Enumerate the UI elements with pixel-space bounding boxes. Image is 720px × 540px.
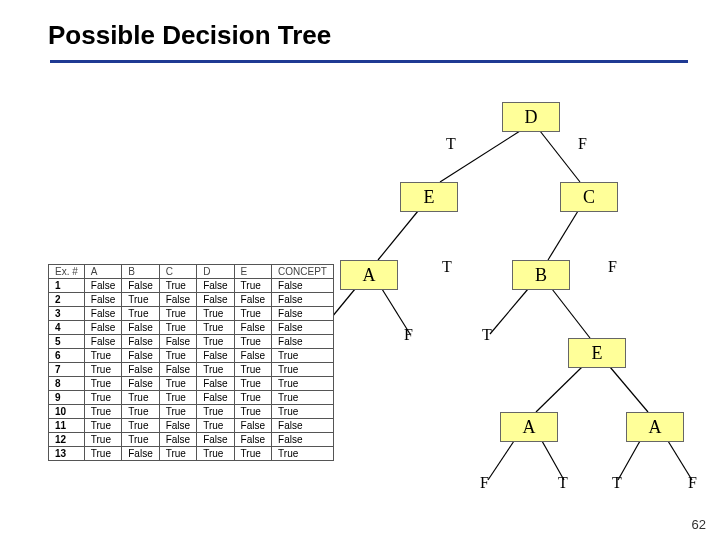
svg-line-7 xyxy=(552,289,590,338)
table-cell: 12 xyxy=(49,433,85,447)
table-cell: True xyxy=(84,405,121,419)
table-cell: True xyxy=(122,391,159,405)
table-header: A xyxy=(84,265,121,279)
table-cell: False xyxy=(197,279,234,293)
table-cell: 5 xyxy=(49,335,85,349)
table-cell: True xyxy=(234,335,271,349)
table-cell: True xyxy=(272,363,334,377)
table-cell: True xyxy=(234,307,271,321)
table-cell: False xyxy=(272,433,334,447)
table-cell: True xyxy=(84,349,121,363)
table-cell: True xyxy=(234,405,271,419)
edge-B-F: F xyxy=(608,258,617,276)
table-cell: True xyxy=(234,363,271,377)
table-header: E xyxy=(234,265,271,279)
table-cell: 1 xyxy=(49,279,85,293)
table-header: C xyxy=(159,265,196,279)
table-cell: False xyxy=(197,349,234,363)
table-cell: False xyxy=(234,433,271,447)
table-cell: False xyxy=(84,293,121,307)
table-row: 5FalseFalseFalseTrueTrueFalse xyxy=(49,335,334,349)
table-cell: True xyxy=(197,405,234,419)
table-row: 13TrueFalseTrueTrueTrueTrue xyxy=(49,447,334,461)
table-cell: True xyxy=(122,307,159,321)
edge-D-T: T xyxy=(446,135,456,153)
table-cell: True xyxy=(197,307,234,321)
table-row: 3FalseTrueTrueTrueTrueFalse xyxy=(49,307,334,321)
table-cell: False xyxy=(234,321,271,335)
table-row: 11TrueTrueFalseTrueFalseFalse xyxy=(49,419,334,433)
page-number: 62 xyxy=(692,517,706,532)
table-cell: 7 xyxy=(49,363,85,377)
table-cell: True xyxy=(159,377,196,391)
table-cell: 11 xyxy=(49,419,85,433)
table-cell: 10 xyxy=(49,405,85,419)
example-table: Ex. #ABCDECONCEPT 1FalseFalseTrueFalseTr… xyxy=(48,264,334,461)
table-cell: False xyxy=(272,321,334,335)
table-row: 4FalseFalseTrueTrueFalseFalse xyxy=(49,321,334,335)
table-cell: True xyxy=(159,405,196,419)
table-row: 8TrueFalseTrueFalseTrueTrue xyxy=(49,377,334,391)
leaf-A2-T: T xyxy=(558,474,568,492)
table-header: D xyxy=(197,265,234,279)
table-header: B xyxy=(122,265,159,279)
table-cell: False xyxy=(159,335,196,349)
table-cell: False xyxy=(272,307,334,321)
table-cell: True xyxy=(272,349,334,363)
slide: Possible Decision Tree xyxy=(0,0,720,540)
node-A2: A xyxy=(500,412,558,442)
table-cell: True xyxy=(122,419,159,433)
table-cell: False xyxy=(197,391,234,405)
table-cell: False xyxy=(84,307,121,321)
table-cell: True xyxy=(234,279,271,293)
svg-line-10 xyxy=(488,441,514,480)
table-cell: True xyxy=(197,321,234,335)
table-cell: True xyxy=(159,307,196,321)
table-cell: True xyxy=(197,335,234,349)
node-E2: E xyxy=(568,338,626,368)
table-cell: True xyxy=(122,405,159,419)
table-cell: False xyxy=(122,335,159,349)
table-cell: False xyxy=(159,419,196,433)
table-cell: True xyxy=(272,391,334,405)
table-header: Ex. # xyxy=(49,265,85,279)
svg-line-1 xyxy=(540,131,580,182)
table-row: 6TrueFalseTrueFalseFalseTrue xyxy=(49,349,334,363)
table-cell: False xyxy=(272,279,334,293)
svg-line-9 xyxy=(610,367,648,412)
edge-A-T: T xyxy=(442,258,452,276)
table-cell: True xyxy=(197,363,234,377)
table-cell: 2 xyxy=(49,293,85,307)
table-cell: True xyxy=(159,349,196,363)
table-header: CONCEPT xyxy=(272,265,334,279)
table-cell: False xyxy=(122,377,159,391)
svg-line-6 xyxy=(490,289,528,334)
table-cell: True xyxy=(272,447,334,461)
node-C: C xyxy=(560,182,618,212)
table-cell: True xyxy=(84,363,121,377)
table-cell: False xyxy=(197,377,234,391)
table-row: 2FalseTrueFalseFalseFalseFalse xyxy=(49,293,334,307)
table-cell: 9 xyxy=(49,391,85,405)
node-B: B xyxy=(512,260,570,290)
table-cell: True xyxy=(197,447,234,461)
leaf-B-T: T xyxy=(482,326,492,344)
table-cell: False xyxy=(84,279,121,293)
table-cell: 6 xyxy=(49,349,85,363)
table-row: 1FalseFalseTrueFalseTrueFalse xyxy=(49,279,334,293)
table-cell: 8 xyxy=(49,377,85,391)
table-cell: True xyxy=(197,419,234,433)
table-cell: False xyxy=(234,419,271,433)
table-cell: False xyxy=(159,363,196,377)
table-cell: True xyxy=(159,447,196,461)
svg-line-2 xyxy=(378,211,418,260)
table-cell: False xyxy=(122,447,159,461)
node-A: A xyxy=(340,260,398,290)
table-cell: False xyxy=(272,419,334,433)
node-A3: A xyxy=(626,412,684,442)
table-cell: False xyxy=(122,363,159,377)
table-cell: True xyxy=(234,447,271,461)
leaf-A2-F: F xyxy=(480,474,489,492)
svg-line-3 xyxy=(548,211,578,260)
table-cell: False xyxy=(197,433,234,447)
